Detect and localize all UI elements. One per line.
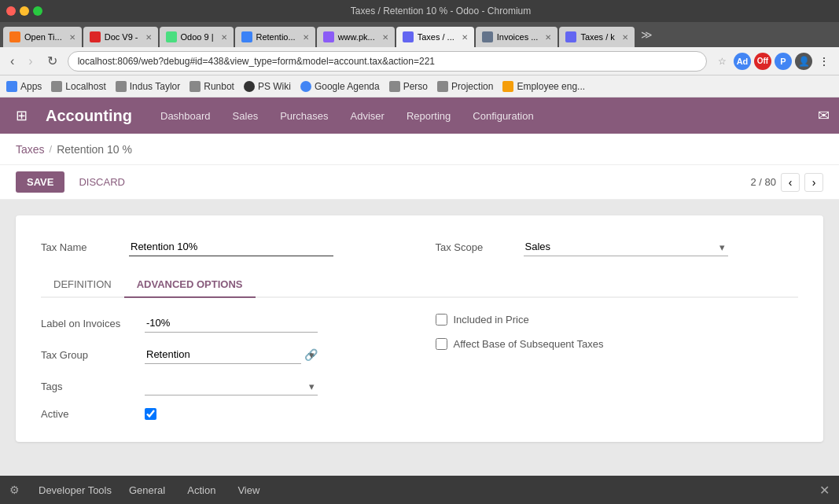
- tab-close-7[interactable]: ✕: [622, 33, 628, 42]
- tab-close-2[interactable]: ✕: [221, 33, 227, 42]
- main-wrapper: ⊞ Accounting Dashboard Sales Purchases A…: [0, 97, 839, 504]
- included-in-price-checkbox[interactable]: [436, 314, 447, 326]
- more-tabs-icon[interactable]: ≫: [636, 28, 657, 41]
- next-page-button[interactable]: ›: [804, 173, 823, 192]
- tax-group-select[interactable]: Retention: [145, 345, 301, 364]
- nav-dashboard[interactable]: Dashboard: [151, 105, 220, 127]
- bookmark-google[interactable]: Google Agenda: [300, 81, 380, 92]
- menu-icon[interactable]: ⋮: [815, 53, 833, 70]
- nav-reporting[interactable]: Reporting: [397, 105, 460, 127]
- bookmark-localhost[interactable]: Localhost: [51, 81, 105, 92]
- bookmark-pswiki-label: PS Wiki: [258, 81, 291, 92]
- included-in-price-row: Included in Price: [436, 314, 799, 326]
- tab-favicon-4: [323, 31, 334, 42]
- maximize-button[interactable]: [33, 6, 42, 16]
- label-on-invoices-input[interactable]: [145, 314, 318, 333]
- dev-tools-close-button[interactable]: ✕: [819, 483, 830, 498]
- bookmark-apps[interactable]: Apps: [6, 81, 42, 92]
- tab-1[interactable]: Doc V9 - ✕: [83, 27, 158, 47]
- tax-group-wrapper: Retention 🔗: [145, 345, 318, 364]
- bookmark-indus[interactable]: Indus Taylor: [116, 81, 180, 92]
- included-in-price-label: Included in Price: [454, 314, 529, 326]
- tab-3[interactable]: Retentio... ✕: [235, 27, 315, 47]
- nav-adviser[interactable]: Adviser: [341, 105, 394, 127]
- advanced-options-grid: Label on Invoices Tax Group Retention 🔗: [41, 314, 798, 420]
- active-checkbox[interactable]: [145, 408, 156, 420]
- tab-favicon-7: [565, 31, 576, 42]
- label-on-invoices-label: Label on Invoices: [41, 318, 135, 329]
- bookmark-projection[interactable]: Projection: [437, 81, 493, 92]
- reload-button[interactable]: ↻: [43, 52, 61, 70]
- tab-advanced-options[interactable]: ADVANCED OPTIONS: [124, 272, 256, 298]
- pagination: 2 / 80 ‹ ›: [750, 173, 823, 192]
- tab-close-1[interactable]: ✕: [145, 33, 152, 42]
- bookmark-google-label: Google Agenda: [315, 81, 380, 92]
- pagination-text: 2 / 80: [750, 176, 776, 188]
- tax-group-external-link-icon[interactable]: 🔗: [304, 348, 318, 361]
- dev-nav-action[interactable]: Action: [182, 483, 220, 498]
- bookmark-star-icon[interactable]: ☆: [713, 53, 730, 70]
- tab-favicon-1: [90, 31, 101, 42]
- profile-icon[interactable]: P: [775, 53, 792, 70]
- window-controls[interactable]: [6, 6, 42, 16]
- bookmark-runbot-label: Runbot: [204, 81, 234, 92]
- window-title: Taxes / Retention 10 % - Odoo - Chromium: [49, 6, 833, 17]
- bookmark-indus-label: Indus Taylor: [130, 81, 180, 92]
- address-icons: ☆ Ad Off P 👤 ⋮: [713, 53, 833, 70]
- odoo-nav: Dashboard Sales Purchases Adviser Report…: [151, 105, 805, 127]
- user-icon[interactable]: 👤: [795, 53, 812, 70]
- tab-close-6[interactable]: ✕: [545, 33, 551, 42]
- address-bar: ‹ › ↻ ☆ Ad Off P 👤 ⋮: [0, 47, 839, 75]
- adblock-icon[interactable]: Ad: [734, 53, 751, 70]
- folder-icon-projection: [437, 81, 448, 92]
- affect-base-checkbox[interactable]: [436, 338, 447, 350]
- tags-label: Tags: [41, 381, 135, 392]
- tax-scope-wrapper: Sales Purchase None: [524, 237, 728, 256]
- close-button[interactable]: [6, 6, 16, 16]
- save-button[interactable]: SAVE: [16, 171, 64, 193]
- tab-close-3[interactable]: ✕: [303, 33, 309, 42]
- tab-close-4[interactable]: ✕: [382, 33, 388, 42]
- folder-icon-perso: [389, 81, 400, 92]
- breadcrumb-parent[interactable]: Taxes: [16, 143, 45, 156]
- nav-sales[interactable]: Sales: [223, 105, 268, 127]
- back-button[interactable]: ‹: [6, 53, 18, 70]
- main-content: Tax Name Tax Scope Sales Purchase None: [0, 200, 839, 504]
- tags-select[interactable]: [145, 377, 318, 395]
- tab-close-5[interactable]: ✕: [462, 33, 468, 42]
- active-row: Active: [41, 408, 404, 420]
- tab-2[interactable]: Odoo 9 | ✕: [160, 27, 234, 47]
- mail-icon[interactable]: ✉: [818, 107, 830, 124]
- tax-name-input[interactable]: [129, 237, 333, 256]
- tab-6[interactable]: Invoices ... ✕: [476, 27, 558, 47]
- tax-scope-select[interactable]: Sales Purchase None: [524, 237, 728, 256]
- tab-close-0[interactable]: ✕: [69, 33, 75, 42]
- bookmark-employee-label: Employee eng...: [517, 81, 585, 92]
- ext-icon-1[interactable]: Off: [754, 53, 771, 70]
- tab-label-0: Open Ti...: [24, 32, 62, 42]
- forward-button[interactable]: ›: [24, 53, 36, 70]
- odoo-apps-button[interactable]: ⊞: [9, 104, 33, 127]
- dev-nav-general[interactable]: General: [124, 483, 170, 498]
- discard-button[interactable]: DISCARD: [71, 171, 133, 193]
- advanced-left-col: Label on Invoices Tax Group Retention 🔗: [41, 314, 404, 420]
- tab-definition[interactable]: DEFINITION: [41, 272, 124, 298]
- tab-4[interactable]: www.pk... ✕: [317, 27, 395, 47]
- bookmark-runbot[interactable]: Runbot: [190, 81, 234, 92]
- tab-5[interactable]: Taxes / ... ✕: [396, 27, 474, 47]
- prev-page-button[interactable]: ‹: [781, 173, 800, 192]
- nav-configuration[interactable]: Configuration: [463, 105, 543, 127]
- tab-7[interactable]: Taxes / k ✕: [559, 27, 634, 47]
- tab-label-2: Odoo 9 |: [181, 32, 214, 42]
- tab-label-3: Retentio...: [256, 32, 296, 42]
- tab-0[interactable]: Open Ti... ✕: [3, 27, 82, 47]
- bookmark-employee[interactable]: Employee eng...: [502, 81, 585, 92]
- advanced-right-col: Included in Price Affect Base of Subsequ…: [436, 314, 799, 420]
- nav-purchases[interactable]: Purchases: [270, 105, 337, 127]
- minimize-button[interactable]: [20, 6, 29, 16]
- google-icon: [300, 81, 311, 92]
- bookmark-pswiki[interactable]: PS Wiki: [244, 81, 291, 92]
- address-input[interactable]: [68, 51, 707, 72]
- dev-nav-view[interactable]: View: [233, 483, 264, 498]
- bookmark-perso[interactable]: Perso: [389, 81, 428, 92]
